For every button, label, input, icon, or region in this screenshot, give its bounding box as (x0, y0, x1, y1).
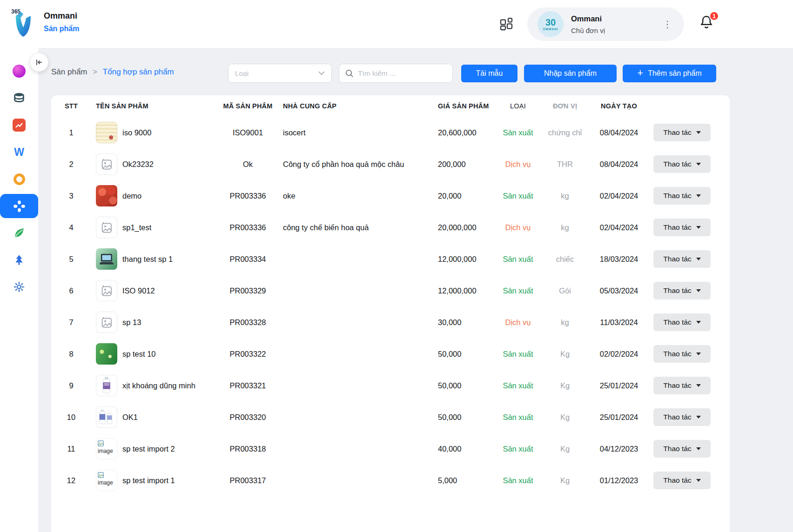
notifications-button[interactable]: 1 (699, 14, 717, 33)
import-products-button[interactable]: Nhập sản phẩm (524, 65, 617, 82)
download-template-label: Tải mẫu (476, 69, 503, 78)
product-thumbnail (96, 375, 117, 396)
product-type-badge: Sản xuất (496, 128, 540, 137)
org-avatar: 30 OMMANI (538, 11, 564, 37)
table-row: 4 sp1_test PR003336 công ty chế biến hoa… (51, 212, 730, 243)
product-thumbnail (96, 248, 117, 270)
product-type-badge: Sản xuất (496, 445, 540, 453)
row-actions-button[interactable]: Thao tác (653, 124, 711, 141)
more-options-icon[interactable]: ⋮ (663, 19, 672, 30)
caret-down-icon (696, 226, 701, 229)
caret-down-icon (696, 384, 701, 387)
caret-down-icon (696, 447, 701, 450)
breadcrumb-current[interactable]: Tổng hợp sản phẩm (103, 67, 174, 77)
product-price: 12,000,000 (433, 286, 496, 295)
sidebar: W (0, 48, 38, 532)
row-index: 6 (51, 286, 91, 295)
collapse-arrow-icon (35, 58, 43, 66)
search-input[interactable] (358, 69, 437, 78)
row-actions-button[interactable]: Thao tác (653, 408, 711, 426)
sidebar-item-database-app[interactable] (0, 86, 38, 110)
caret-down-icon (696, 479, 701, 482)
row-actions-button[interactable]: Thao tác (653, 377, 711, 394)
header-stt: STT (51, 102, 91, 110)
row-actions-button[interactable]: Thao tác (653, 345, 711, 363)
sidebar-item-product-app[interactable] (0, 194, 38, 218)
header-type: LOẠI (496, 102, 540, 110)
row-actions-label: Thao tác (663, 192, 691, 200)
supplier-name: công ty chế biến hoa quả (275, 223, 433, 232)
product-price: 12,000,000 (433, 255, 496, 264)
product-code: ISO9001 (221, 128, 275, 137)
product-code: PR003318 (221, 445, 275, 453)
product-thumbnail (96, 217, 117, 238)
row-actions-button[interactable]: Thao tác (653, 250, 711, 268)
table-row: 10 OK1 PR003320 50,000 Sản xuất Kg 25/01… (51, 401, 730, 433)
app-logo: 365 (10, 8, 36, 39)
org-switcher[interactable]: 30 OMMANI Ommani Chủ đơn vị ⋮ (527, 7, 684, 41)
table-row: 12 image sp test import 1 PR003317 5,000… (51, 465, 730, 496)
top-header: 365 Ommani Sản phẩm 30 OMMANI Omma (0, 0, 793, 48)
sidebar-item-ring-app[interactable] (0, 167, 38, 191)
row-actions-button[interactable]: Thao tác (653, 282, 711, 299)
collapse-sidebar-button[interactable] (30, 53, 48, 72)
sidebar-item-wave-app[interactable]: W (0, 140, 38, 164)
row-actions-label: Thao tác (663, 286, 691, 295)
product-type-badge: Sản xuất (496, 286, 540, 295)
table-row: 11 image sp test import 2 PR003318 40,00… (51, 433, 730, 465)
breadcrumb-root[interactable]: Sản phẩm (51, 67, 87, 77)
product-name: Ok23232 (122, 160, 154, 169)
row-actions-button[interactable]: Thao tác (653, 187, 711, 205)
row-actions-label: Thao tác (663, 350, 691, 358)
created-date: 11/03/2024 (590, 318, 648, 327)
row-actions-button[interactable]: Thao tác (653, 472, 711, 489)
swirl-app-icon (13, 65, 26, 78)
row-actions-button[interactable]: Thao tác (653, 440, 711, 458)
notification-badge: 1 (709, 11, 719, 21)
breadcrumb: Sản phẩm > Tổng hợp sản phẩm (51, 67, 174, 77)
sidebar-item-chart-app[interactable] (0, 113, 38, 137)
import-products-label: Nhập sản phẩm (544, 69, 597, 78)
search-box (339, 64, 453, 83)
product-thumbnail (96, 280, 117, 301)
product-price: 20,000 (433, 192, 496, 200)
product-code: PR003322 (221, 350, 275, 359)
product-type-badge: Sản xuất (496, 476, 540, 485)
caret-down-icon (696, 131, 701, 134)
table-row: 1 iso 9000 ISO9001 isocert 20,600,000 Sả… (51, 117, 730, 148)
apps-grid-icon[interactable] (499, 17, 514, 32)
product-price: 5,000 (433, 476, 496, 485)
sidebar-item-settings-gear[interactable] (0, 275, 38, 299)
logo-365-text: 365 (11, 8, 20, 15)
type-filter-select[interactable]: Loại (228, 64, 332, 83)
broken-image-alt-text: image (97, 479, 113, 486)
product-thumbnail (96, 312, 117, 333)
sidebar-item-leaf-app[interactable] (0, 221, 38, 245)
product-name: demo (122, 192, 141, 200)
header-code: MÃ SẢN PHẨM (221, 102, 275, 110)
row-index: 9 (51, 381, 91, 390)
row-index: 8 (51, 350, 91, 359)
product-unit: chứng chỉ (540, 128, 590, 137)
plus-icon: + (637, 68, 643, 78)
row-actions-button[interactable]: Thao tác (653, 155, 711, 173)
row-index: 7 (51, 318, 91, 327)
table-header-row: STT TÊN SẢN PHẨM MÃ SẢN PHẨM NHÀ CUNG CẤ… (51, 95, 730, 117)
sidebar-item-tree-app[interactable] (0, 248, 38, 272)
product-type-badge: Sản xuất (496, 381, 540, 390)
product-unit: Kg (540, 476, 590, 485)
product-code: PR003321 (221, 381, 275, 390)
product-thumbnail (96, 122, 117, 143)
product-name: sp test 10 (122, 350, 156, 359)
row-actions-button[interactable]: Thao tác (653, 313, 711, 331)
download-template-button[interactable]: Tải mẫu (461, 65, 517, 82)
product-unit: Gói (540, 286, 590, 295)
row-actions-button[interactable]: Thao tác (653, 219, 711, 236)
product-name: sp test import 1 (122, 476, 175, 485)
product-price: 50,000 (433, 413, 496, 422)
add-product-button[interactable]: + Thêm sản phẩm (623, 65, 716, 82)
header-name: TÊN SẢN PHẨM (91, 102, 221, 110)
database-app-icon (13, 92, 26, 105)
tree-app-icon (13, 254, 25, 266)
supplier-name: isocert (275, 128, 433, 137)
